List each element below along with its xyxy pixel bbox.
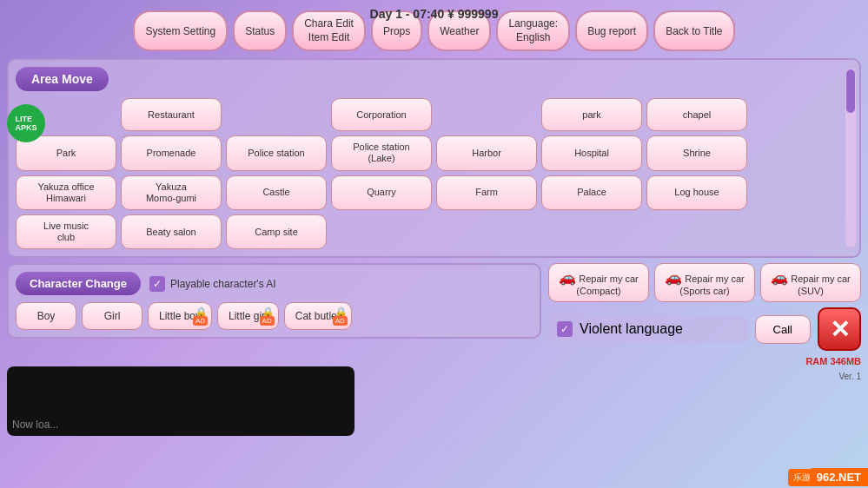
area-btn-park-row1[interactable]: park — [541, 98, 642, 131]
area-btn-hospital[interactable]: Hospital — [541, 135, 642, 170]
repair-suv-button[interactable]: 🚗 Repair my car (SUV) — [760, 263, 861, 302]
ad-badge-little-girl: AD — [260, 316, 275, 326]
bottom-panel: Character Change ✓ Playable character's … — [7, 263, 861, 381]
violent-language-row: ✓ Violent language — [548, 316, 748, 342]
area-btn-yakuza-momo[interactable]: Yakuza Momo-gumi — [121, 175, 222, 210]
area-btn-live-music-club[interactable]: Live music club — [16, 214, 116, 249]
playable-ai-checkbox[interactable]: ✓ — [149, 276, 165, 292]
playable-ai-row: ✓ Playable character's AI — [149, 276, 276, 292]
area-btn-chapel[interactable]: chapel — [646, 98, 747, 131]
repair-compact-label: Repair my car (Compact) — [576, 274, 638, 296]
area-btn-palace[interactable]: Palace — [541, 175, 642, 210]
ad-badge-cat-butler: AD — [333, 316, 348, 326]
bug-report-button[interactable]: Bug report — [575, 10, 648, 51]
violent-language-label: Violent language — [580, 321, 683, 337]
char-girl-button[interactable]: Girl — [82, 302, 142, 330]
area-btn-empty-2 — [226, 98, 327, 131]
status-button[interactable]: Status — [233, 10, 287, 51]
area-btn-empty-6 — [752, 175, 852, 210]
repair-row: 🚗 Repair my car (Compact) 🚗 Repair my ca… — [548, 263, 861, 302]
char-boy-label: Boy — [37, 310, 56, 322]
car-suv-icon: 🚗 — [771, 270, 788, 285]
character-grid: Boy Girl Little boy 🔒 AD Little girl 🔒 A… — [16, 302, 533, 330]
liteapks-badge: LITEAPKS — [7, 104, 45, 142]
area-move-button[interactable]: Area Move — [16, 67, 109, 91]
playable-ai-label: Playable character's AI — [170, 278, 276, 290]
area-grid: Restaurant Corporation park chapel Park … — [16, 98, 852, 249]
area-btn-beaty-salon[interactable]: Beaty salon — [121, 214, 222, 249]
car-compact-icon: 🚗 — [559, 270, 576, 285]
system-setting-button[interactable]: System Setting — [133, 10, 228, 51]
right-panel: 🚗 Repair my car (Compact) 🚗 Repair my ca… — [548, 263, 861, 381]
area-btn-quarry[interactable]: Quarry — [331, 175, 432, 210]
repair-suv-label: Repair my car (SUV) — [791, 274, 850, 296]
character-change-button[interactable]: Character Change — [16, 272, 141, 295]
area-btn-yakuza-himawari[interactable]: Yakuza office Himawari — [16, 175, 116, 210]
ver-info: Ver. 1 — [548, 372, 861, 381]
repair-sports-button[interactable]: 🚗 Repair my car (Sports car) — [654, 263, 755, 302]
area-btn-promenade[interactable]: Promenade — [121, 135, 222, 170]
language-button[interactable]: Language: English — [496, 10, 570, 51]
top-bar: Day 1 - 07:40 ¥ 999999 — [0, 0, 868, 10]
scrollbar[interactable] — [845, 69, 856, 247]
violent-row: ✓ Violent language Call ✕ — [548, 307, 861, 351]
now-loading-text: Now loa... — [12, 419, 58, 431]
area-btn-empty-8 — [436, 214, 537, 249]
area-btn-shrine[interactable]: Shrine — [646, 135, 747, 170]
area-btn-camp-site[interactable]: Camp site — [226, 214, 327, 249]
area-btn-farm[interactable]: Farm — [436, 175, 537, 210]
scroll-thumb — [846, 69, 855, 113]
area-btn-police-station[interactable]: Police station — [226, 135, 327, 170]
char-cat-butler-button[interactable]: Cat butler 🔒 AD — [284, 302, 352, 330]
area-btn-empty-11 — [752, 214, 852, 249]
char-boy-button[interactable]: Boy — [16, 302, 76, 330]
area-btn-empty-7 — [331, 214, 432, 249]
area-btn-log-house[interactable]: Log house — [646, 175, 747, 210]
car-sports-icon: 🚗 — [665, 270, 682, 285]
page-title: Day 1 - 07:40 ¥ 999999 — [370, 7, 499, 21]
area-btn-empty-9 — [541, 214, 642, 249]
area-btn-police-station-lake[interactable]: Police station (Lake) — [331, 135, 432, 170]
area-btn-restaurant[interactable]: Restaurant — [121, 98, 222, 131]
violent-language-checkbox[interactable]: ✓ — [557, 321, 573, 337]
repair-sports-label: Repair my car (Sports car) — [679, 274, 745, 296]
char-girl-label: Girl — [104, 310, 121, 322]
area-btn-empty-4 — [752, 98, 852, 131]
repair-compact-button[interactable]: 🚗 Repair my car (Compact) — [548, 263, 649, 302]
area-btn-empty-10 — [646, 214, 747, 249]
loading-area: Now loa... — [7, 366, 354, 436]
area-btn-empty-5 — [752, 135, 852, 170]
close-button[interactable]: ✕ — [818, 307, 861, 351]
area-btn-harbor[interactable]: Harbor — [436, 135, 537, 170]
call-button[interactable]: Call — [755, 315, 811, 344]
badge-962: 962.NET — [810, 468, 868, 486]
chara-edit-button[interactable]: Chara Edit Item Edit — [292, 10, 366, 51]
area-btn-corporation[interactable]: Corporation — [331, 98, 432, 131]
char-little-girl-button[interactable]: Little girl 🔒 AD — [217, 302, 279, 330]
ram-info: RAM 346MB — [548, 356, 861, 366]
character-change-panel: Character Change ✓ Playable character's … — [7, 263, 541, 339]
char-change-header: Character Change ✓ Playable character's … — [16, 272, 533, 295]
ad-badge-little-boy: AD — [193, 316, 208, 326]
char-little-boy-button[interactable]: Little boy 🔒 AD — [148, 302, 212, 330]
area-btn-castle[interactable]: Castle — [226, 175, 327, 210]
area-panel: Area Move Restaurant Corporation park ch… — [7, 58, 861, 258]
area-btn-empty-3 — [436, 98, 537, 131]
back-to-title-button[interactable]: Back to Title — [653, 10, 734, 51]
